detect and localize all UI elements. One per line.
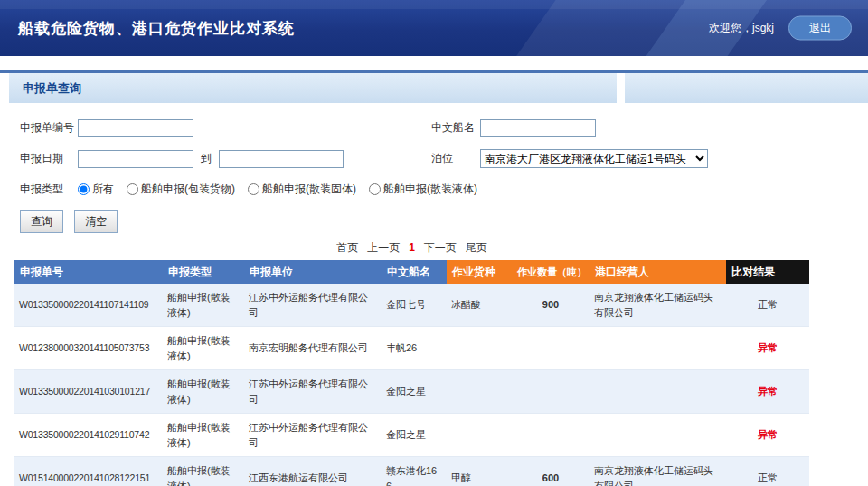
table-row: W013350000220141029110742船舶申报(散装液体)江苏中外运… xyxy=(14,414,809,457)
column-header-2: 申报单位 xyxy=(244,260,382,284)
cell-cargo xyxy=(447,327,512,370)
declare-type-option-label: 船舶申报(包装货物) xyxy=(141,182,235,197)
cell-result: 异常 xyxy=(726,414,809,457)
table-body: W013350000220141107141109船舶申报(散装液体)江苏中外运… xyxy=(14,284,809,486)
declare-type-radio-2[interactable] xyxy=(248,183,259,195)
cell-result: 异常 xyxy=(726,370,809,414)
ship-name-group: 中文船名 xyxy=(431,119,596,137)
column-header-1: 申报类型 xyxy=(163,260,244,284)
cell-type: 船舶申报(散装液体) xyxy=(163,414,244,457)
cell-type: 船舶申报(散装液体) xyxy=(163,327,244,370)
table-row: W012380000320141105073753船舶申报(散装液体)南京宏明船… xyxy=(14,327,809,370)
cell-type: 船舶申报(散装液体) xyxy=(163,457,244,486)
cell-company: 南京宏明船务代理有限公司 xyxy=(244,327,382,370)
page-current: 1 xyxy=(409,241,415,254)
cell-company: 江苏中外运船务代理有限公司 xyxy=(244,370,382,414)
declare-type-radio-3[interactable] xyxy=(369,183,381,195)
cell-ship: 丰帆26 xyxy=(382,327,447,370)
declare-type-option-label: 所有 xyxy=(92,182,114,197)
clear-button[interactable]: 清空 xyxy=(74,210,118,233)
ship-name-input[interactable] xyxy=(480,119,596,137)
cell-result: 正常 xyxy=(726,284,809,327)
cell-company: 江苏中外运船务代理有限公司 xyxy=(244,284,382,327)
cell-type: 船舶申报(散装液体) xyxy=(163,370,244,414)
date-to-input[interactable] xyxy=(219,150,344,168)
table-header-row: 申报单号申报类型申报单位中文船名作业货种作业数量（吨）港口经营人比对结果 xyxy=(14,260,809,284)
section-band-right xyxy=(625,73,868,103)
cell-operator xyxy=(590,414,726,457)
column-header-7: 比对结果 xyxy=(726,260,809,284)
date-label: 申报日期 xyxy=(20,151,78,166)
page-first[interactable]: 首页 xyxy=(336,241,358,254)
query-form: 申报单编号 中文船名 申报日期 到 泊位 南京港大厂港区龙翔液体化工储运1号码头… xyxy=(0,103,868,233)
cell-result: 异常 xyxy=(726,327,809,370)
user-area: 欢迎您，jsgkj 退出 xyxy=(709,16,852,41)
cell-no: W012380000320141105073753 xyxy=(14,327,163,370)
cell-result: 正常 xyxy=(726,457,809,486)
pagination: 首页上一页1下一页尾页 xyxy=(14,240,809,256)
cell-ship: 金阳之星 xyxy=(382,370,447,414)
declaration-no-input[interactable] xyxy=(78,119,193,137)
column-header-6: 港口经营人 xyxy=(590,260,726,284)
declare-type-option-label: 船舶申报(散装液体) xyxy=(383,182,477,197)
results-table: 申报单号申报类型申报单位中文船名作业货种作业数量（吨）港口经营人比对结果 W01… xyxy=(14,260,809,486)
cell-no: W015140000220141028122151 xyxy=(14,457,163,486)
declare-type-radio-0[interactable] xyxy=(78,183,90,195)
header-gap xyxy=(0,56,868,70)
cell-qty: 600 xyxy=(512,457,590,486)
query-button[interactable]: 查询 xyxy=(20,210,63,233)
top-bar: 船载危险货物、港口危货作业比对系统 欢迎您，jsgkj 退出 xyxy=(0,0,868,56)
column-header-5: 作业数量（吨） xyxy=(512,260,590,284)
declare-type-label: 申报类型 xyxy=(20,182,78,197)
form-row-1: 申报单编号 中文船名 xyxy=(20,118,868,137)
date-from-input[interactable] xyxy=(78,150,193,168)
cell-qty xyxy=(512,370,590,414)
cell-operator: 南京龙翔液体化工储运码头有限公司 xyxy=(590,284,726,327)
declaration-no-label: 申报单编号 xyxy=(20,120,78,136)
table-row: W013350000220141030101217船舶申报(散装液体)江苏中外运… xyxy=(14,370,809,414)
berth-group: 泊位 南京港大厂港区龙翔液体化工储运1号码头 xyxy=(431,149,708,168)
cell-cargo: 冰醋酸 xyxy=(447,284,512,327)
cell-qty: 900 xyxy=(512,284,590,327)
table-row: W013350000220141107141109船舶申报(散装液体)江苏中外运… xyxy=(14,284,809,327)
declare-type-option-3[interactable]: 船舶申报(散装液体) xyxy=(369,182,477,197)
date-range-group: 申报日期 到 xyxy=(20,150,431,168)
logout-button[interactable]: 退出 xyxy=(788,16,852,41)
form-row-3: 申报类型 所有船舶申报(包装货物)船舶申报(散装固体)船舶申报(散装液体) xyxy=(20,180,868,199)
cell-ship: 赣东港化166 xyxy=(382,457,447,486)
declare-type-option-0[interactable]: 所有 xyxy=(78,182,114,197)
cell-cargo: 甲醇 xyxy=(447,457,512,486)
cell-qty xyxy=(512,327,590,370)
table-row: W015140000220141028122151船舶申报(散装液体)江西东港航… xyxy=(14,457,809,486)
section-band-gap xyxy=(617,73,625,103)
column-header-4: 作业货种 xyxy=(447,260,512,284)
ship-name-label: 中文船名 xyxy=(431,120,480,136)
section-band: 申报单查询 xyxy=(0,73,868,103)
cell-operator: 南京龙翔液体化工储运码头有限公司 xyxy=(590,457,726,486)
cell-qty xyxy=(512,414,590,457)
declare-type-option-1[interactable]: 船舶申报(包装货物) xyxy=(127,182,235,197)
berth-select[interactable]: 南京港大厂港区龙翔液体化工储运1号码头 xyxy=(480,149,708,168)
page-title: 申报单查询 xyxy=(9,80,81,97)
cell-operator xyxy=(590,370,726,414)
berth-label: 泊位 xyxy=(431,151,480,166)
declare-type-options: 所有船舶申报(包装货物)船舶申报(散装固体)船舶申报(散装液体) xyxy=(78,182,477,197)
cell-company: 江苏中外运船务代理有限公司 xyxy=(244,414,382,457)
cell-cargo xyxy=(447,414,512,457)
cell-type: 船舶申报(散装液体) xyxy=(163,284,244,327)
declare-type-option-2[interactable]: 船舶申报(散装固体) xyxy=(248,182,356,197)
cell-ship: 金阳七号 xyxy=(382,284,447,327)
cell-operator xyxy=(590,327,726,370)
page-last[interactable]: 尾页 xyxy=(466,241,487,254)
app-title: 船载危险货物、港口危货作业比对系统 xyxy=(18,18,295,39)
page-prev[interactable]: 上一页 xyxy=(367,241,400,254)
date-to-label: 到 xyxy=(201,151,212,166)
declare-type-option-label: 船舶申报(散装固体) xyxy=(262,182,356,197)
column-header-3: 中文船名 xyxy=(382,260,447,284)
declare-type-radio-1[interactable] xyxy=(127,183,138,195)
cell-cargo xyxy=(447,370,512,414)
topbar-decor-highlight xyxy=(0,0,868,9)
welcome-text: 欢迎您，jsgkj xyxy=(709,21,774,36)
cell-company: 江西东港航运有限公司 xyxy=(244,457,382,486)
page-next[interactable]: 下一页 xyxy=(424,241,457,254)
